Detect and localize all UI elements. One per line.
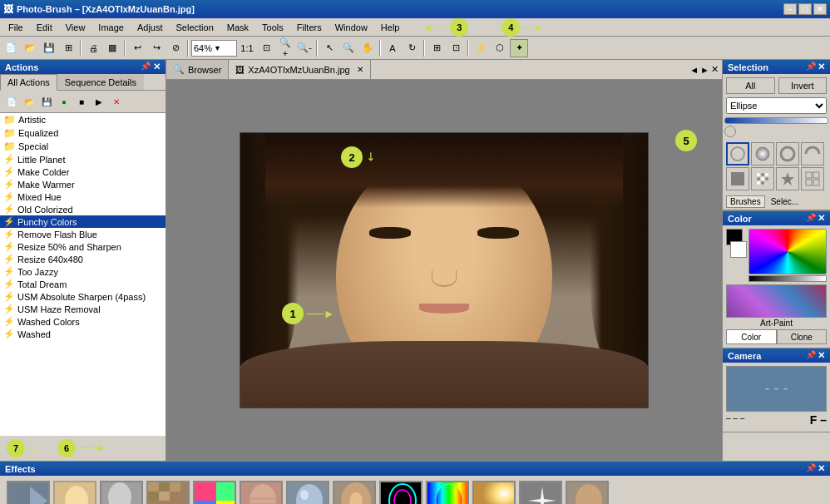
scan-button[interactable]: ▦ bbox=[103, 39, 121, 57]
effect-original[interactable]: Original bbox=[566, 481, 609, 504]
sel-shape-square[interactable] bbox=[726, 167, 749, 190]
effect-neon[interactable]: Neon bbox=[379, 481, 422, 504]
camera-close[interactable]: ✕ bbox=[818, 350, 825, 361]
selection-feather-slider[interactable] bbox=[724, 117, 828, 124]
sel-shape-ring[interactable] bbox=[776, 142, 799, 166]
effect-motion[interactable]: Motion bbox=[240, 481, 283, 504]
background-color[interactable] bbox=[730, 241, 747, 258]
menu-tools[interactable]: Tools bbox=[255, 18, 290, 36]
effect2-button[interactable]: ⬡ bbox=[491, 39, 509, 57]
new-button[interactable]: 📄 bbox=[2, 39, 20, 57]
zoom-fit-button[interactable]: ⊡ bbox=[257, 39, 275, 57]
action-item-special[interactable]: 📁 Special bbox=[0, 140, 166, 153]
color-close[interactable]: ✕ bbox=[818, 213, 825, 224]
actions-play-green[interactable]: ● bbox=[56, 93, 72, 110]
effect-glass[interactable]: Glass bbox=[286, 481, 329, 504]
clone-tab[interactable]: Clone bbox=[777, 329, 828, 344]
action-item-too-jazzy[interactable]: ⚡ Too Jazzy bbox=[0, 265, 166, 278]
color-tab[interactable]: Color bbox=[726, 329, 777, 344]
menu-edit[interactable]: Edit bbox=[30, 18, 59, 36]
history-button[interactable]: ⊘ bbox=[166, 39, 185, 57]
zoom-ratio-button[interactable]: 1:1 bbox=[238, 39, 256, 57]
maximize-button[interactable]: □ bbox=[798, 3, 812, 15]
canvas-nav-left-tab[interactable]: ◄ bbox=[689, 65, 699, 75]
selection-close[interactable]: ✕ bbox=[818, 62, 825, 72]
effect-flare[interactable]: Flare bbox=[472, 481, 516, 504]
title-bar-controls[interactable]: – □ ✕ bbox=[783, 3, 827, 15]
menu-help[interactable]: Help bbox=[374, 18, 407, 36]
close-button[interactable]: ✕ bbox=[813, 3, 827, 15]
selection-all-button[interactable]: All bbox=[726, 77, 775, 94]
menu-filters[interactable]: Filters bbox=[290, 18, 329, 36]
actions-close-button[interactable]: ✕ bbox=[153, 62, 161, 72]
zoom-out-button[interactable]: 🔍- bbox=[295, 39, 314, 57]
selection-type-dropdown[interactable]: Ellipse Rectangle Lasso bbox=[726, 97, 827, 114]
menu-image[interactable]: Image bbox=[91, 18, 131, 36]
sel-shape-stars[interactable] bbox=[776, 167, 799, 190]
effect-pop-art[interactable]: Pop Art bbox=[193, 481, 236, 504]
effect-emboss[interactable]: Emboss bbox=[100, 481, 143, 504]
select-tab[interactable]: Selec... bbox=[767, 195, 803, 208]
action-item-little-planet[interactable]: ⚡ Little Planet bbox=[0, 153, 166, 166]
brightness-slider[interactable] bbox=[748, 275, 827, 282]
action-item-resize-50[interactable]: ⚡ Resize 50% and Sharpen bbox=[0, 240, 166, 253]
rotate-tool[interactable]: ↻ bbox=[403, 39, 421, 57]
save-button[interactable]: 💾 bbox=[40, 39, 58, 57]
tab-browser[interactable]: 🔍 Browser bbox=[166, 60, 229, 79]
actions-stop-button[interactable]: ■ bbox=[73, 93, 90, 110]
action-item-punchy-colors[interactable]: ⚡ Punchy Colors bbox=[0, 215, 166, 228]
effects-close[interactable]: ✕ bbox=[818, 463, 825, 474]
tab-sequence-details[interactable]: Sequence Details bbox=[57, 74, 144, 90]
color-texture[interactable] bbox=[726, 284, 827, 318]
actions-open-button[interactable]: 📂 bbox=[21, 93, 37, 110]
action-item-resize-640[interactable]: ⚡ Resize 640x480 bbox=[0, 253, 166, 265]
actions-new-button[interactable]: 📄 bbox=[3, 93, 20, 110]
effect3-button[interactable]: ✦ bbox=[510, 39, 528, 57]
action-item-make-colder[interactable]: ⚡ Make Colder bbox=[0, 166, 166, 178]
minimize-button[interactable]: – bbox=[783, 3, 797, 15]
sel-shape-dots[interactable] bbox=[751, 167, 774, 190]
menu-mask[interactable]: Mask bbox=[220, 18, 255, 36]
effect-shift[interactable]: Shift bbox=[7, 481, 50, 504]
sel-shape-ellipse[interactable] bbox=[726, 142, 749, 166]
actions-save-btn[interactable]: 💾 bbox=[38, 93, 55, 110]
sel-shape-half-ring[interactable] bbox=[801, 142, 824, 166]
canvas-nav-right-tab[interactable]: ► bbox=[700, 65, 709, 75]
effect-sparkle[interactable]: Sparkle bbox=[519, 481, 562, 504]
color-gradient[interactable] bbox=[748, 229, 827, 283]
action-item-remove-flash-blue[interactable]: ⚡ Remove Flash Blue bbox=[0, 228, 166, 240]
tab-all-actions[interactable]: All Actions bbox=[0, 74, 57, 91]
selection-invert-button[interactable]: Invert bbox=[778, 77, 828, 94]
redo-button[interactable]: ↪ bbox=[147, 39, 166, 57]
select-tool[interactable]: ↖ bbox=[320, 39, 338, 57]
menu-window[interactable]: Window bbox=[329, 18, 374, 36]
sel-shape-grid[interactable] bbox=[801, 167, 824, 190]
action-item-usm-haze[interactable]: ⚡ USM Haze Removal bbox=[0, 303, 166, 315]
menu-adjust[interactable]: Adjust bbox=[131, 18, 170, 36]
action-item-total-dream[interactable]: ⚡ Total Dream bbox=[0, 278, 166, 290]
panel-close-tab[interactable]: ✕ bbox=[711, 64, 719, 75]
effect1-button[interactable]: ⚡ bbox=[472, 39, 490, 57]
action-item-artistic[interactable]: 📁 Artistic bbox=[0, 113, 166, 126]
text-tool[interactable]: A bbox=[383, 39, 402, 57]
brushes-tab[interactable]: Brushes bbox=[726, 195, 765, 208]
actions-pin-button[interactable]: 📌 bbox=[141, 62, 151, 72]
effects-pin[interactable]: 📌 bbox=[806, 463, 816, 474]
menu-file[interactable]: File bbox=[2, 18, 30, 36]
action-item-make-warmer[interactable]: ⚡ Make Warmer bbox=[0, 178, 166, 190]
action-item-washed-colors[interactable]: ⚡ Washed Colors bbox=[0, 315, 166, 328]
color-wheel[interactable] bbox=[748, 229, 827, 274]
effect-mosaic[interactable]: Mosaic bbox=[146, 481, 190, 504]
effect-warp[interactable]: Warp bbox=[333, 481, 376, 504]
zoom-pan-tool[interactable]: 🔍 bbox=[339, 39, 358, 57]
undo-button[interactable]: ↩ bbox=[128, 39, 146, 57]
tab-image[interactable]: 🖼 XzA4OTIxMzUuanBn.jpg ✕ bbox=[229, 60, 370, 79]
selection-pin[interactable]: 📌 bbox=[806, 62, 816, 72]
action-item-washed[interactable]: ⚡ Washed bbox=[0, 328, 166, 340]
menu-selection[interactable]: Selection bbox=[170, 18, 220, 36]
action-item-equalized[interactable]: 📁 Equalized bbox=[0, 126, 166, 140]
sel-shape-circle-grad[interactable] bbox=[751, 142, 774, 166]
action-item-mixed-hue[interactable]: ⚡ Mixed Hue bbox=[0, 190, 166, 203]
effect-old-photo[interactable]: Old Photo bbox=[53, 481, 96, 504]
camera-pin[interactable]: 📌 bbox=[806, 350, 816, 361]
